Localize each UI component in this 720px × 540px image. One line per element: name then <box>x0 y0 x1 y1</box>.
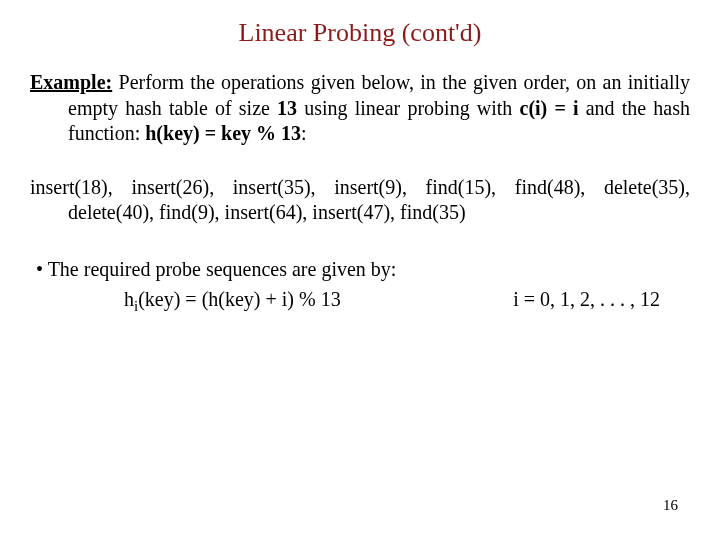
formula-row: hi(key) = (h(key) + i) % 13 i = 0, 1, 2,… <box>30 288 690 311</box>
operations-list: insert(18), insert(26), insert(35), inse… <box>30 175 690 226</box>
operations-paragraph: insert(18), insert(26), insert(35), inse… <box>30 175 690 226</box>
formula-rhs: i = 0, 1, 2, . . . , 12 <box>513 288 660 311</box>
hash-function: h(key) = key % 13 <box>145 122 301 144</box>
page-number: 16 <box>663 497 678 514</box>
bullet-mark: • <box>36 258 43 280</box>
bullet-text: The required probe sequences are given b… <box>48 258 397 280</box>
colon: : <box>301 122 307 144</box>
example-paragraph: Example: Perform the operations given be… <box>30 70 690 147</box>
formula-body: (key) = (h(key) + i) % 13 <box>138 288 341 310</box>
slide-title: Linear Probing (cont'd) <box>30 18 690 48</box>
example-label: Example: <box>30 71 112 93</box>
example-text-2: using linear probing with <box>297 97 519 119</box>
table-size: 13 <box>277 97 297 119</box>
probe-function: c(i) = i <box>520 97 579 119</box>
formula-h: h <box>124 288 134 310</box>
bullet-line: • The required probe sequences are given… <box>36 256 690 282</box>
formula-lhs: hi(key) = (h(key) + i) % 13 <box>124 288 341 311</box>
